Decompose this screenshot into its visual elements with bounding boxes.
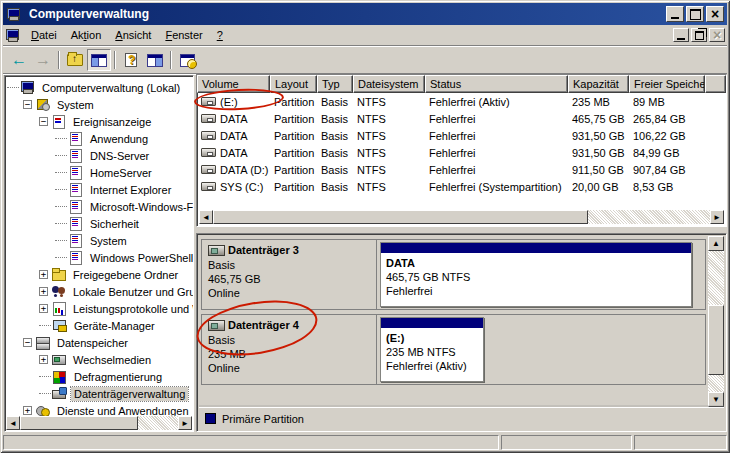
scrollbar-thumb[interactable] bbox=[708, 305, 724, 375]
tree-item-defragmentierung[interactable]: Defragmentierung bbox=[7, 368, 193, 385]
volume-row[interactable]: SYS (C:)PartitionBasisNTFSFehlerfrei (Sy… bbox=[197, 178, 726, 195]
back-button[interactable]: ← bbox=[7, 49, 31, 71]
titlebar[interactable]: Computerverwaltung bbox=[3, 3, 727, 25]
volume-row[interactable]: (E:)PartitionBasisNTFSFehlerfrei (Aktiv)… bbox=[197, 93, 726, 110]
scroll-right-icon[interactable]: ► bbox=[710, 210, 724, 224]
scrollbar-track[interactable] bbox=[588, 210, 710, 224]
show-action-pane-button[interactable] bbox=[143, 49, 167, 71]
tree-item-leistungsprotokolle-und-w[interactable]: +Leistungsprotokolle und W bbox=[7, 300, 193, 317]
collapse-icon[interactable]: − bbox=[39, 117, 48, 126]
storage-icon bbox=[35, 336, 50, 349]
disk-vertical-scrollbar[interactable]: ▲ ▼ bbox=[708, 236, 724, 407]
scrollbar-thumb[interactable] bbox=[213, 210, 588, 224]
tree-item-anwendung[interactable]: Anwendung bbox=[7, 130, 193, 147]
disk-group-4: Datenträger 4Basis235 MBOnline(E:)235 MB… bbox=[201, 314, 706, 385]
scrollbar-thumb[interactable] bbox=[20, 416, 138, 430]
customize-button[interactable] bbox=[175, 49, 199, 71]
column-header-status[interactable]: Status bbox=[425, 75, 568, 93]
column-header-typ[interactable]: Typ bbox=[317, 75, 353, 93]
forward-button: → bbox=[31, 49, 55, 71]
disk-header[interactable]: Datenträger 3Basis465,75 GBOnline bbox=[202, 240, 377, 309]
cell: NTFS bbox=[353, 181, 425, 193]
tree-item-ereignisanzeige[interactable]: −Ereignisanzeige bbox=[7, 113, 193, 130]
expand-icon[interactable]: + bbox=[39, 355, 48, 364]
up-one-level-button[interactable] bbox=[63, 49, 87, 71]
help-topics-button[interactable] bbox=[119, 49, 143, 71]
column-header-dateisystem[interactable]: Dateisystem bbox=[353, 75, 425, 93]
tree-item-label: Defragmentierung bbox=[71, 370, 165, 384]
menu-datei[interactable]: Datei bbox=[24, 27, 64, 43]
console-minimize-button[interactable] bbox=[673, 28, 689, 42]
disk-icon bbox=[208, 245, 225, 256]
tree-item-system[interactable]: −System bbox=[7, 96, 193, 113]
scroll-left-icon[interactable]: ◄ bbox=[6, 416, 20, 430]
performance-icon bbox=[51, 302, 66, 315]
scroll-up-icon[interactable]: ▲ bbox=[708, 236, 724, 251]
menu-fenster[interactable]: Fenster bbox=[158, 27, 209, 43]
partition-box[interactable]: DATA465,75 GB NTFSFehlerfrei bbox=[380, 242, 692, 307]
tree-item-computerverwaltung-lokal-[interactable]: Computerverwaltung (Lokal) bbox=[7, 79, 193, 96]
tree-item-microsoft-windows-f[interactable]: Microsoft-Windows-F bbox=[7, 198, 193, 215]
disk-header[interactable]: Datenträger 4Basis235 MBOnline bbox=[202, 315, 377, 384]
tree-item-datentr-gerverwaltung[interactable]: Datenträgerverwaltung bbox=[7, 385, 193, 402]
column-header-kapazit-t[interactable]: Kapazität bbox=[568, 75, 629, 93]
tree-item-windows-powershell[interactable]: Windows PowerShell bbox=[7, 249, 193, 266]
tree-item-internet-explorer[interactable]: Internet Explorer bbox=[7, 181, 193, 198]
tree-item-sicherheit[interactable]: Sicherheit bbox=[7, 215, 193, 232]
scrollbar-track[interactable] bbox=[138, 416, 178, 430]
collapse-icon[interactable]: − bbox=[23, 338, 32, 347]
tree-item-system[interactable]: System bbox=[7, 232, 193, 249]
cell: Fehlerfrei bbox=[425, 113, 568, 125]
tree-horizontal-scrollbar[interactable]: ◄ ► bbox=[6, 416, 192, 430]
scroll-right-icon[interactable]: ► bbox=[178, 416, 192, 430]
column-header-extra[interactable] bbox=[705, 75, 726, 93]
expand-icon[interactable]: + bbox=[39, 287, 48, 296]
scroll-left-icon[interactable]: ◄ bbox=[199, 210, 213, 224]
tree-connector bbox=[39, 376, 51, 377]
volume-row[interactable]: DATAPartitionBasisNTFSFehlerfrei465,75 G… bbox=[197, 110, 726, 127]
tree-item-dns-server[interactable]: DNS-Server bbox=[7, 147, 193, 164]
volume-row[interactable]: DATAPartitionBasisNTFSFehlerfrei931,50 G… bbox=[197, 127, 726, 144]
tree-item-label: Lokale Benutzer und Grup bbox=[70, 285, 194, 299]
partition-zone: DATA465,75 GB NTFSFehlerfrei bbox=[377, 240, 705, 309]
menu-ansicht[interactable]: Ansicht bbox=[108, 27, 158, 43]
tree-item-lokale-benutzer-und-grup[interactable]: +Lokale Benutzer und Grup bbox=[7, 283, 193, 300]
menu-aktion[interactable]: Aktion bbox=[64, 27, 109, 43]
console-system-icon[interactable] bbox=[5, 29, 20, 42]
tree-item-ger-te-manager[interactable]: Geräte-Manager bbox=[7, 317, 193, 334]
partition-box[interactable]: (E:)235 MB NTFSFehlerfrei (Aktiv) bbox=[380, 317, 484, 382]
minimize-button[interactable] bbox=[666, 6, 684, 22]
close-button[interactable] bbox=[706, 6, 724, 22]
scrollbar-track[interactable] bbox=[708, 251, 724, 305]
column-header-freier-speicher[interactable]: Freier Speicher bbox=[629, 75, 705, 93]
expand-icon[interactable]: + bbox=[39, 270, 48, 279]
tree-item-wechselmedien[interactable]: +Wechselmedien bbox=[7, 351, 193, 368]
status-panel bbox=[634, 435, 727, 450]
column-header-layout[interactable]: Layout bbox=[270, 75, 317, 93]
volume-row[interactable]: DATAPartitionBasisNTFSFehlerfrei931,50 G… bbox=[197, 144, 726, 161]
shared-folder-icon bbox=[51, 268, 66, 281]
menu-?[interactable]: ? bbox=[210, 27, 230, 43]
tree-connector bbox=[55, 206, 67, 207]
expand-icon[interactable]: + bbox=[39, 304, 48, 313]
collapse-icon[interactable]: − bbox=[23, 100, 32, 109]
column-header-volume[interactable]: Volume bbox=[197, 75, 270, 93]
tree-item-datenspeicher[interactable]: −Datenspeicher bbox=[7, 334, 193, 351]
maximize-button[interactable] bbox=[686, 6, 704, 22]
tree-connector bbox=[7, 87, 19, 88]
volume-row[interactable]: DATA (D:)PartitionBasisNTFSFehlerfrei911… bbox=[197, 161, 726, 178]
scroll-down-icon[interactable]: ▼ bbox=[708, 392, 724, 407]
show-console-tree-button[interactable] bbox=[87, 49, 111, 71]
expand-icon[interactable]: + bbox=[23, 406, 32, 415]
tree-item-label: Computerverwaltung (Lokal) bbox=[39, 81, 183, 95]
volume-list-horizontal-scrollbar[interactable]: ◄ ► bbox=[199, 210, 724, 224]
disk-icon bbox=[208, 320, 225, 331]
log-icon bbox=[68, 166, 83, 179]
document-question-icon bbox=[125, 53, 137, 67]
tree-item-homeserver[interactable]: HomeServer bbox=[7, 164, 193, 181]
console-restore-button[interactable] bbox=[691, 28, 707, 42]
defrag-icon bbox=[52, 370, 67, 383]
scrollbar-track[interactable] bbox=[708, 375, 724, 392]
tree-item-freigegebene-ordner[interactable]: +Freigegebene Ordner bbox=[7, 266, 193, 283]
tree-connector bbox=[55, 172, 67, 173]
